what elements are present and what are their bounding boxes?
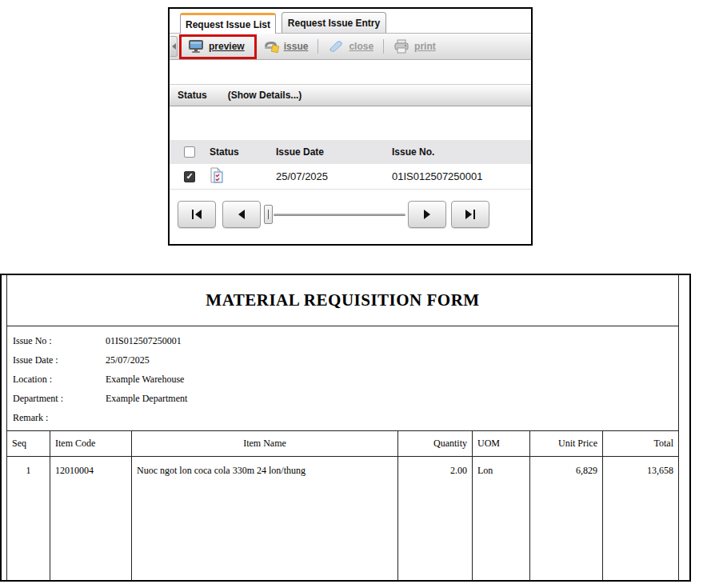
previous-page-icon (238, 210, 245, 219)
select-all-checkbox[interactable] (184, 146, 195, 158)
cell-seq: 1 (7, 457, 50, 580)
cell-item-code: 12010004 (50, 457, 132, 580)
field-issue-date: Issue Date : 25/07/2025 (13, 354, 678, 366)
last-page-icon (465, 210, 472, 219)
report-table-header: Seq Item Code Item Name Quantity UOM Uni… (7, 431, 678, 457)
header-total: Total (603, 431, 678, 456)
page-slider-handle[interactable] (264, 205, 273, 224)
print-label: print (414, 41, 436, 52)
report-fields: Issue No : 01IS012507250001 Issue Date :… (7, 326, 678, 430)
toolbar-separator (318, 39, 318, 54)
issue-date-cell: 25/07/2025 (276, 170, 392, 182)
collapse-arrow-icon (172, 43, 176, 50)
field-location: Location : Example Warehouse (13, 374, 678, 386)
cell-quantity: 2.00 (398, 457, 473, 580)
show-details-link[interactable]: (Show Details...) (228, 90, 302, 101)
field-value: Example Department (106, 393, 187, 405)
field-label: Location : (13, 374, 106, 386)
toolbar-separator (383, 39, 384, 54)
printer-icon (393, 39, 409, 54)
page-slider-track[interactable] (274, 214, 405, 216)
document-checklist-icon (210, 167, 224, 184)
tab-label: Request Issue Entry (288, 18, 380, 29)
first-page-button[interactable] (178, 201, 216, 228)
issue-row[interactable]: ✓ 25/07/2025 01IS012507250001 (170, 164, 531, 190)
next-page-icon (424, 210, 430, 219)
report-title-section: MATERIAL REQUISITION FORM (7, 275, 678, 326)
field-label: Department : (13, 393, 106, 405)
preview-label: preview (209, 41, 245, 52)
field-remark: Remark : (13, 412, 678, 424)
pagination-bar (170, 190, 531, 244)
field-label: Remark : (13, 412, 106, 424)
cell-uom: Lon (473, 457, 530, 580)
field-value: Example Warehouse (106, 374, 184, 386)
header-item-code: Item Code (50, 431, 132, 456)
checkmark-icon: ✓ (186, 172, 193, 181)
report-item-table: Seq Item Code Item Name Quantity UOM Uni… (7, 430, 678, 580)
print-button[interactable]: print (387, 36, 442, 57)
report-preview-container: MATERIAL REQUISITION FORM Issue No : 01I… (0, 274, 691, 582)
field-department: Department : Example Department (13, 393, 678, 405)
last-page-button[interactable] (451, 201, 489, 228)
tab-request-issue-entry[interactable]: Request Issue Entry (282, 12, 386, 33)
stamp-with-yellow-note-icon (263, 39, 279, 54)
column-header-issue-no[interactable]: Issue No. (392, 146, 531, 158)
field-value: 25/07/2025 (106, 354, 150, 366)
header-quantity: Quantity (398, 431, 473, 456)
next-page-button[interactable] (408, 201, 446, 228)
header-item-name: Item Name (132, 431, 398, 456)
report-table-row: 1 12010004 Nuoc ngot lon coca cola 330m … (7, 457, 678, 580)
screen: Request Issue List Request Issue Entry p… (0, 0, 703, 588)
issue-label: issue (284, 41, 309, 52)
report-title: MATERIAL REQUISITION FORM (206, 290, 479, 310)
tab-bar: Request Issue List Request Issue Entry (170, 9, 531, 34)
toolbar: preview issue close (170, 34, 531, 60)
request-issue-panel: Request Issue List Request Issue Entry p… (168, 7, 533, 246)
tab-label: Request Issue List (186, 19, 270, 30)
field-value: 01IS012507250001 (106, 335, 182, 347)
column-header-status[interactable]: Status (200, 146, 276, 158)
close-button[interactable]: close (322, 37, 380, 56)
spacer (170, 106, 531, 140)
field-issue-no: Issue No : 01IS012507250001 (13, 335, 678, 347)
tab-request-issue-list[interactable]: Request Issue List (180, 13, 276, 34)
previous-page-button[interactable] (222, 201, 261, 228)
issue-no-cell: 01IS012507250001 (392, 170, 531, 182)
grid-header-row: Status Issue Date Issue No. (170, 140, 531, 164)
last-page-icon-bar (473, 210, 475, 219)
preview-button[interactable]: preview (179, 34, 257, 59)
row-checkbox[interactable]: ✓ (184, 171, 195, 182)
cell-total: 13,658 (603, 457, 678, 580)
toolbar-collapse-handle[interactable] (170, 36, 178, 57)
close-label: close (349, 41, 373, 52)
material-requisition-form: MATERIAL REQUISITION FORM Issue No : 01I… (6, 275, 679, 580)
cell-unit-price: 6,829 (530, 457, 603, 580)
status-section-title: Status (178, 90, 207, 101)
field-label: Issue Date : (13, 354, 106, 366)
column-header-issue-date[interactable]: Issue Date (276, 146, 392, 158)
issue-button[interactable]: issue (257, 36, 315, 57)
first-page-icon (192, 210, 194, 219)
cell-item-name: Nuoc ngot lon coca cola 330m 24 lon/thun… (132, 457, 398, 580)
first-page-icon-arrow (195, 210, 202, 219)
header-seq: Seq (7, 431, 50, 456)
monitor-icon (188, 39, 204, 54)
status-section-header: Status (Show Details...) (170, 84, 531, 106)
close-book-icon (328, 40, 344, 53)
header-uom: UOM (473, 431, 530, 456)
spacer (170, 60, 531, 84)
field-label: Issue No : (13, 335, 106, 347)
header-unit-price: Unit Price (530, 431, 603, 456)
